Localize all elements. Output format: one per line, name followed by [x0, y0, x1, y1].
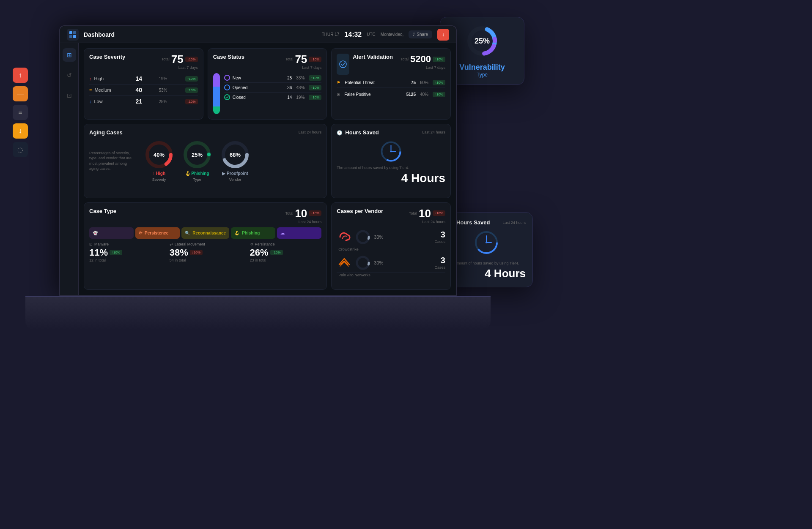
share-button[interactable]: ⤴ Share: [409, 30, 432, 38]
case-status-header: Case Status Total 75 ↓10% Last 7 days: [213, 54, 322, 70]
severity-low-badge: ↓10%: [185, 99, 198, 104]
status-total-value: 75: [295, 54, 307, 65]
case-status-title: Case Status: [213, 54, 244, 61]
alert-false-row: ⊗ False Positive 5125 40% ↑10%: [337, 90, 445, 99]
alert-validation-total: Total 5200 ↑10% Last 7 days: [401, 54, 445, 70]
svg-rect-12: [73, 35, 76, 38]
lateral-sub: 54 in total: [170, 258, 241, 262]
persistence-label: Persistence: [145, 231, 168, 235]
other-icon: ☁: [280, 231, 285, 235]
tab-other[interactable]: ☁: [277, 227, 321, 239]
crowdstrike-donut: [355, 229, 370, 245]
status-new-badge: ↑10%: [309, 75, 321, 81]
aging-proofpoint-donut: 68%: [220, 140, 250, 169]
malware-label: ⊡ Malware: [89, 242, 161, 246]
severity-medium-row: ≡ Medium 40 53% ↑10%: [89, 85, 198, 96]
false-positive-pct: 40%: [420, 92, 428, 97]
hours-saved-header: 🕐 Hours Saved Last 24 hours: [337, 129, 445, 136]
vendor-total-label: Total: [409, 211, 417, 215]
crowdstrike-count: 3: [387, 230, 445, 240]
case-type-title: Case Type: [89, 208, 116, 215]
hours-saved-period: Last 24 hours: [422, 130, 445, 134]
vendor-title: Cases per Vendor: [337, 208, 383, 215]
lateral-label: ⇄ Lateral Movement: [170, 242, 241, 246]
recon-icon: 🔍: [185, 231, 190, 235]
paloalto-icon: [337, 255, 352, 270]
logo-icon: [69, 31, 77, 38]
crowdstrike-cases: 3 Cases: [387, 230, 445, 244]
status-bar-new: [213, 73, 220, 87]
left-item-down[interactable]: ↓: [13, 123, 28, 139]
aging-phishing-donut-wrapper: 25% 🪝 Phishing Type: [182, 140, 212, 182]
severity-high-label: ↑ High: [89, 76, 119, 81]
dashboard: Dashboard THUR 17 14:32 UTC Montevideo, …: [60, 26, 456, 295]
false-positive-icon: ⊗: [337, 92, 340, 97]
lateral-text: Lateral Movement: [175, 242, 205, 246]
clock-icon-big: [474, 230, 499, 255]
status-closed-row: Closed 14 19% ↑10%: [224, 93, 322, 102]
sidebar-item-dashboard[interactable]: ⊞: [63, 48, 76, 62]
left-item-up[interactable]: ↑: [13, 68, 28, 83]
severity-low-row: ↓ Low 21 28% ↓10%: [89, 96, 198, 107]
severity-low-pct: 28%: [159, 99, 171, 104]
severity-high-row: ↑ High 14 19% ↑10%: [89, 73, 198, 85]
aging-phishing-pct: 25%: [192, 152, 203, 158]
ghost-icon: 👻: [93, 231, 98, 235]
severity-total-label: Total: [162, 57, 170, 61]
left-item-medium[interactable]: —: [13, 86, 28, 101]
lateral-value: 38%: [170, 247, 188, 258]
case-type-card: Case Type Total 10 ↓10% Last 24 hours: [84, 202, 327, 290]
alert-total-value: 5200: [410, 54, 431, 65]
tab-ghost[interactable]: 👻: [89, 227, 134, 239]
false-positive-label: False Positive: [344, 92, 370, 97]
status-opened-label: Opened: [233, 85, 248, 90]
casetype-stat-persistence: ⟲ Persistance 26% ↑10% 23 in total: [250, 242, 322, 262]
sidebar-item-history[interactable]: ↺: [63, 68, 76, 82]
sidebar-item-reports[interactable]: ⊡: [63, 89, 76, 102]
malware-sub: 12 in total: [89, 258, 161, 262]
severity-low-text: Low: [94, 99, 103, 104]
vulnerability-title: Vulnerability: [447, 63, 517, 72]
case-severity-total: Total 75 ↓10% Last 7 days: [162, 54, 198, 70]
alert-badge: ↑10%: [433, 57, 445, 62]
left-item-circle[interactable]: ◌: [13, 142, 28, 157]
tab-phishing[interactable]: 🪝 Phishing: [231, 227, 275, 239]
potential-threat-count: 75: [411, 80, 416, 85]
casetype-period: Last 24 hours: [285, 220, 321, 224]
aging-cases-period: Last 24 hours: [299, 130, 322, 134]
status-opened-pct: 48%: [296, 85, 304, 90]
crowdstrike-sublabel: Cases: [387, 240, 445, 244]
aging-cases-header: Aging Cases Last 24 hours: [89, 129, 321, 136]
false-positive-count: 5125: [406, 92, 416, 97]
svg-point-26: [357, 231, 369, 243]
aging-high-donut: 40%: [144, 140, 174, 169]
malware-badge: ↑10%: [110, 250, 122, 255]
phishing-label: Phishing: [242, 231, 260, 235]
persistance-label: ⟲ Persistance: [250, 242, 322, 246]
status-bar-closed: [213, 106, 220, 115]
vulnerability-donut: 25%: [465, 24, 499, 58]
status-new-label: New: [233, 76, 241, 80]
persistance-badge: ↑10%: [270, 250, 283, 255]
aging-phishing-sublabel: Type: [193, 177, 201, 182]
status-new-dot: [224, 75, 230, 81]
left-item-lines[interactable]: ≡: [13, 105, 28, 120]
alert-validation-icon: [337, 54, 349, 75]
aging-high-pct: 40%: [154, 152, 165, 158]
laptop-base: [25, 296, 491, 330]
download-button[interactable]: ↓: [437, 29, 449, 41]
floating-hours-value: 4 Hours: [447, 267, 526, 280]
paloalto-pct: 30%: [374, 260, 383, 265]
severity-period: Last 7 days: [162, 65, 198, 70]
case-status-total: Total 75 ↓10% Last 7 days: [285, 54, 321, 70]
tab-reconnaissance[interactable]: 🔍 Reconnaissance: [181, 227, 229, 239]
hours-clock-icon: [337, 140, 445, 163]
alert-potential-row: ⚑ Potential Threat 75 60% ↑10%: [337, 78, 445, 87]
floating-hours-period: Last 24 hours: [502, 221, 526, 225]
topbar-location: Montevideo,: [381, 32, 403, 37]
tab-persistence[interactable]: ⟳ Persistence: [135, 227, 180, 239]
status-bar: [213, 73, 220, 114]
status-closed-count: 14: [287, 95, 292, 100]
paloalto-logo: [337, 255, 352, 270]
casetype-stat-lateral: ⇄ Lateral Movement 38% ↓10% 54 in total: [170, 242, 241, 262]
